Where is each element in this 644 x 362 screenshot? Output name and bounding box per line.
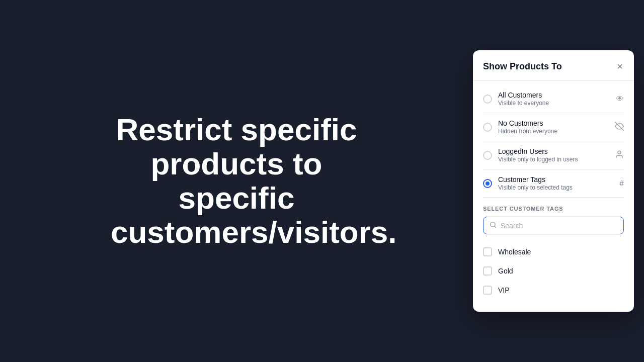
option-customer-tags[interactable]: Customer Tags Visible only to selected t… xyxy=(473,169,634,197)
radio-text-customer-tags: Customer Tags Visible only to selected t… xyxy=(498,175,615,191)
option-loggedin-users[interactable]: LoggedIn Users Visible only to logged in… xyxy=(473,141,634,169)
tag-label-vip: VIP xyxy=(498,286,510,294)
modal: Show Products To × All Customers Visible… xyxy=(473,50,634,312)
search-input[interactable] xyxy=(501,222,617,230)
headline: Restrict specific products to specific c… xyxy=(111,113,362,250)
tag-label-gold: Gold xyxy=(498,267,513,275)
hidden-icon xyxy=(615,122,624,132)
radio-label-loggedin-users: LoggedIn Users xyxy=(498,147,611,155)
option-all-customers[interactable]: All Customers Visible to everyone 👁 xyxy=(473,85,634,113)
radio-all-customers xyxy=(483,95,492,104)
right-panel: Show Products To × All Customers Visible… xyxy=(473,0,644,362)
checkbox-wholesale[interactable] xyxy=(483,247,492,256)
radio-customer-tags xyxy=(483,179,492,188)
svg-line-3 xyxy=(495,226,496,228)
radio-text-all-customers: All Customers Visible to everyone xyxy=(498,91,612,107)
radio-text-no-customers: No Customers Hidden from everyone xyxy=(498,119,611,135)
close-icon: × xyxy=(617,61,623,71)
radio-label-customer-tags: Customer Tags xyxy=(498,175,615,184)
radio-sublabel-customer-tags: Visible only to selected tags xyxy=(498,184,615,191)
tag-list: Wholesale Gold VIP xyxy=(473,238,634,308)
tag-icon: # xyxy=(619,179,624,188)
radio-sublabel-loggedin-users: Visible only to logged in users xyxy=(498,156,611,163)
tag-item-gold[interactable]: Gold xyxy=(483,261,624,281)
close-button[interactable]: × xyxy=(616,60,624,72)
tags-section: SELECT CUSTOMER TAGS xyxy=(473,198,634,238)
radio-loggedin-users xyxy=(483,151,492,160)
tag-label-wholesale: Wholesale xyxy=(498,248,531,256)
checkbox-gold[interactable] xyxy=(483,266,492,276)
radio-no-customers xyxy=(483,123,492,132)
radio-label-all-customers: All Customers xyxy=(498,91,612,99)
radio-sublabel-all-customers: Visible to everyone xyxy=(498,100,612,107)
left-panel: Restrict specific products to specific c… xyxy=(0,0,473,362)
radio-label-no-customers: No Customers xyxy=(498,119,611,127)
tags-section-label: SELECT CUSTOMER TAGS xyxy=(483,206,624,212)
user-icon xyxy=(615,150,624,161)
tag-item-wholesale[interactable]: Wholesale xyxy=(483,242,624,261)
svg-point-1 xyxy=(618,151,621,154)
tag-item-vip[interactable]: VIP xyxy=(483,281,624,300)
eye-icon: 👁 xyxy=(616,95,624,104)
modal-title: Show Products To xyxy=(483,61,562,72)
modal-header: Show Products To × xyxy=(473,50,634,81)
radio-text-loggedin-users: LoggedIn Users Visible only to logged in… xyxy=(498,147,611,163)
modal-body: All Customers Visible to everyone 👁 No C… xyxy=(473,81,634,312)
search-box[interactable] xyxy=(483,217,624,234)
search-icon xyxy=(490,221,497,230)
option-no-customers[interactable]: No Customers Hidden from everyone xyxy=(473,113,634,141)
checkbox-vip[interactable] xyxy=(483,286,492,295)
radio-sublabel-no-customers: Hidden from everyone xyxy=(498,128,611,135)
